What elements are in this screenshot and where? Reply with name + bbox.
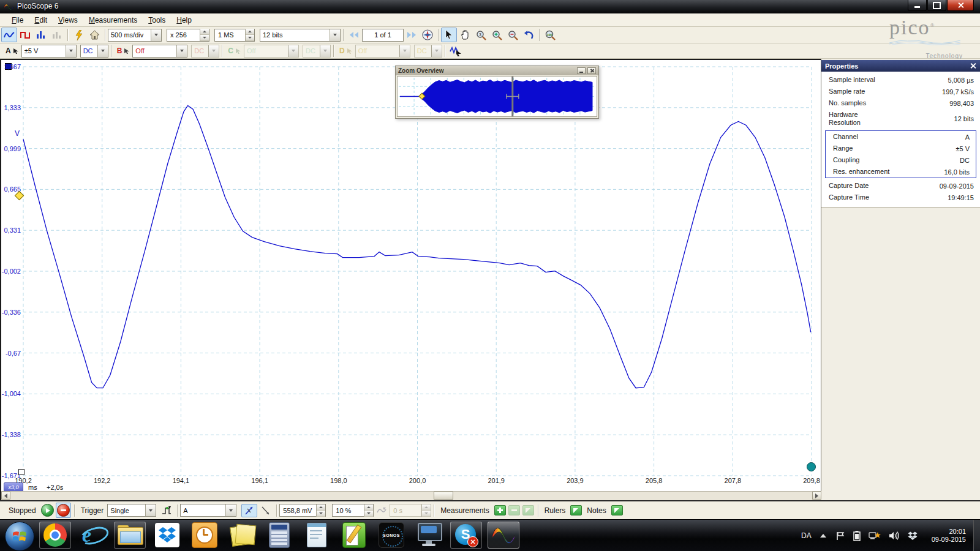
volume-icon[interactable] xyxy=(889,531,900,541)
scroll-right-button[interactable] xyxy=(812,492,821,500)
trigger-mode-select[interactable]: Single xyxy=(107,504,156,517)
tray-expand-icon[interactable] xyxy=(820,534,826,538)
prev-buffer-button[interactable] xyxy=(346,28,362,42)
menu-views[interactable]: Views xyxy=(53,14,83,26)
select-tool-button[interactable] xyxy=(441,28,457,42)
zoom-overview-window[interactable]: Zoom Overview xyxy=(395,66,599,119)
taskbar-dropbox[interactable] xyxy=(151,522,183,549)
zoom-in-tool-button[interactable] xyxy=(489,28,505,42)
taskbar-chrome[interactable] xyxy=(39,522,71,549)
buffer-navigator-button[interactable] xyxy=(420,28,435,42)
channel-d-coupling-select[interactable]: DC xyxy=(414,45,442,58)
zoom-overview-close-icon[interactable] xyxy=(587,67,596,74)
zoom-overview-minimize-icon[interactable] xyxy=(577,67,586,74)
trigger-level-spinner[interactable]: 558,8 mV xyxy=(279,504,326,517)
buffer-position-field[interactable]: 1 of 1 xyxy=(362,29,404,42)
pretrigger-spinner[interactable]: 10 % xyxy=(332,504,374,517)
timebase-select[interactable]: 500 ms/div xyxy=(108,29,162,42)
maximize-button[interactable] xyxy=(927,0,946,11)
rulers-button[interactable] xyxy=(570,505,582,515)
zoom-overview-body[interactable] xyxy=(397,76,597,117)
zoom-box-tool-button[interactable]: 3 xyxy=(473,28,489,42)
custom-probes-button[interactable] xyxy=(448,43,464,58)
remove-measurement-button[interactable] xyxy=(508,505,520,515)
battery-icon[interactable] xyxy=(853,531,861,541)
scrollbar-thumb[interactable] xyxy=(434,492,453,500)
menu-file[interactable]: File xyxy=(6,14,29,26)
show-desktop-button[interactable] xyxy=(973,520,980,551)
taskbar-remote-desktop[interactable] xyxy=(413,522,445,549)
menu-help[interactable]: Help xyxy=(171,14,197,26)
ruler-handle[interactable] xyxy=(807,462,816,471)
persistence-view-button[interactable] xyxy=(49,28,65,42)
dropbox-tray-icon[interactable] xyxy=(908,531,918,541)
spectrum-view-button[interactable] xyxy=(33,28,49,42)
probe-arrow-icon[interactable] xyxy=(235,48,241,54)
undo-zoom-button[interactable] xyxy=(521,28,537,42)
probe-arrow-icon[interactable] xyxy=(124,48,130,54)
channel-a-trace[interactable] xyxy=(23,105,811,388)
trigger-source-select[interactable]: A xyxy=(180,504,236,517)
language-indicator[interactable]: DA xyxy=(801,531,812,540)
start-capture-button[interactable] xyxy=(41,504,54,517)
scope-view-button[interactable] xyxy=(1,28,17,42)
channel-c-coupling-select[interactable]: DC xyxy=(303,45,331,58)
rising-edge-button[interactable] xyxy=(243,505,256,516)
zoom-full-button[interactable]: 100 xyxy=(542,28,558,42)
taskbar-skype[interactable]: S xyxy=(450,522,482,549)
close-button[interactable] xyxy=(947,0,974,11)
properties-close-icon[interactable] xyxy=(970,62,976,69)
menu-measurements[interactable]: Measurements xyxy=(83,14,143,26)
taskbar-sonos[interactable]: SONOS xyxy=(375,522,407,549)
falling-edge-button[interactable] xyxy=(258,503,274,518)
sine-wave-icon xyxy=(4,31,15,39)
zoom-overview-waveform[interactable] xyxy=(398,77,597,116)
channel-d-range-select[interactable]: Off xyxy=(355,45,410,58)
taskbar-sticky-notes[interactable] xyxy=(226,522,258,549)
channel-a-range-select[interactable]: ±5 V xyxy=(21,45,77,58)
dropdown-arrow-icon xyxy=(320,45,330,57)
pan-tool-button[interactable] xyxy=(457,28,473,42)
menu-edit[interactable]: Edit xyxy=(29,14,53,26)
resolution-select[interactable]: 12 bits xyxy=(260,29,341,42)
auto-setup-button[interactable] xyxy=(70,28,86,42)
axis-bottom-handle[interactable] xyxy=(18,469,24,475)
taskbar-internet-explorer[interactable]: e xyxy=(77,522,108,549)
taskbar-notepad[interactable] xyxy=(301,522,333,549)
advanced-trigger-button[interactable] xyxy=(159,503,175,518)
oversample-spinner[interactable]: x 256 xyxy=(167,29,209,42)
taskbar-windows-explorer[interactable] xyxy=(114,522,146,549)
post-trigger-spinner[interactable]: 0 s xyxy=(390,504,431,517)
taskbar-text-editor[interactable] xyxy=(338,522,370,549)
channel-c-range-select[interactable]: Off xyxy=(244,45,299,58)
channel-a-coupling-select[interactable]: DC xyxy=(80,45,108,58)
taskbar-clock[interactable]: 20:01 09-09-2015 xyxy=(932,528,966,544)
start-button[interactable] xyxy=(5,522,34,551)
probe-arrow-icon[interactable] xyxy=(347,48,353,54)
add-measurement-button[interactable] xyxy=(494,505,506,515)
probe-arrow-icon[interactable] xyxy=(13,48,19,54)
channel-b-coupling-select[interactable]: DC xyxy=(191,45,219,58)
xy-view-button[interactable] xyxy=(17,28,33,42)
menu-tools[interactable]: Tools xyxy=(143,14,171,26)
post-trigger-delay-button[interactable] xyxy=(374,503,390,518)
action-center-flag-icon[interactable] xyxy=(836,531,845,541)
scroll-left-button[interactable] xyxy=(1,492,10,500)
scope-view[interactable]: V 1,6671,3330,9990,6650,331-0,002-0,336-… xyxy=(0,59,821,500)
taskbar-picoscope[interactable] xyxy=(488,522,519,549)
taskbar-outlook[interactable] xyxy=(189,522,221,549)
waveform-plot[interactable] xyxy=(22,66,813,477)
edit-measurement-button[interactable] xyxy=(522,505,534,515)
horizontal-scrollbar[interactable] xyxy=(1,491,821,500)
notes-button[interactable] xyxy=(611,505,623,515)
channel-b-range-select[interactable]: Off xyxy=(132,45,187,58)
taskbar-calculator[interactable] xyxy=(263,522,295,549)
minimize-button[interactable] xyxy=(908,0,927,11)
next-buffer-button[interactable] xyxy=(404,28,420,42)
zoom-overview-titlebar[interactable]: Zoom Overview xyxy=(396,66,598,75)
home-settings-button[interactable] xyxy=(86,28,102,42)
samples-spinner[interactable]: 1 MS xyxy=(214,29,255,42)
zoom-out-tool-button[interactable] xyxy=(505,28,521,42)
network-status-icon[interactable] xyxy=(869,531,881,541)
stop-capture-button[interactable] xyxy=(57,504,70,517)
